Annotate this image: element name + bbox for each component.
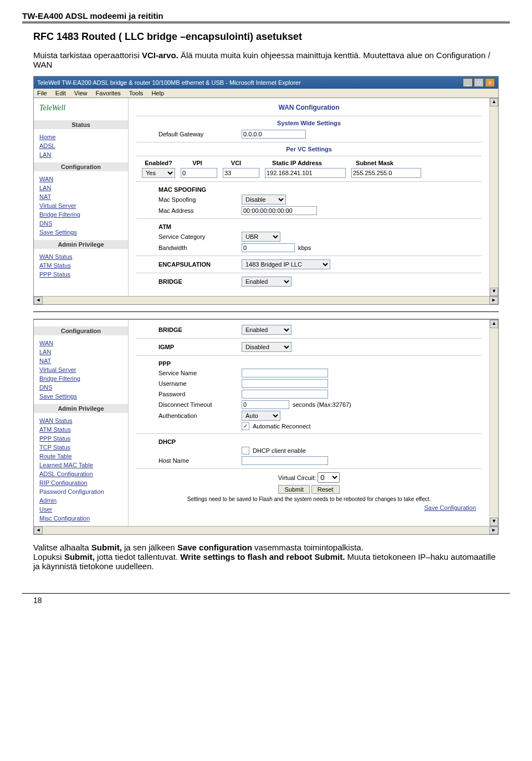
page-title: RFC 1483 Routed ( LLC bridge –encapsuloi…	[33, 31, 510, 43]
service-name-label: Service Name	[136, 370, 242, 376]
maximize-icon[interactable]: □	[474, 78, 484, 87]
nav-save-settings[interactable]: Save Settings	[34, 228, 128, 237]
scrollbar-horizontal[interactable]: ◄ ►	[34, 296, 498, 304]
menu-edit[interactable]: Edit	[55, 90, 66, 96]
nav-lan-2[interactable]: LAN	[34, 348, 128, 356]
mac-address-label: Mac Address	[136, 207, 242, 214]
nav-lan[interactable]: LAN	[34, 150, 128, 159]
default-gateway-input[interactable]	[242, 130, 306, 139]
service-category-select[interactable]: UBR	[242, 232, 280, 242]
virtual-circuit-label: Virtual Circuit:	[278, 474, 316, 481]
service-name-input[interactable]	[242, 369, 328, 377]
enabled-select[interactable]: Yes	[142, 168, 175, 178]
scroll-left-icon-2[interactable]: ◄	[34, 527, 43, 534]
bridge-select[interactable]: Enabled	[242, 277, 291, 287]
nav-dns-2[interactable]: DNS	[34, 383, 128, 392]
vpi-input[interactable]	[181, 168, 217, 178]
nav-wan-status-2[interactable]: WAN Status	[34, 416, 128, 425]
nav-learned-mac[interactable]: Learned MAC Table	[34, 461, 128, 469]
nav-save-settings-2[interactable]: Save Settings	[34, 392, 128, 401]
nav-atm-status[interactable]: ATM Status	[34, 261, 128, 270]
default-gateway-label: Default Gateway	[136, 131, 242, 137]
mac-spoofing-select[interactable]: Disable	[242, 195, 286, 205]
bridge-label-2: BRIDGE	[136, 326, 242, 333]
nav-wan[interactable]: WAN	[34, 175, 128, 183]
nav-ppp-status[interactable]: PPP Status	[34, 270, 128, 279]
window-titlebar: TeleWell TW-EA200 ADSL bridge & router 1…	[34, 76, 498, 89]
nav-route-table[interactable]: Route Table	[34, 452, 128, 461]
system-wide-title: System Wide Settings	[136, 120, 482, 126]
nav-bridge-filtering[interactable]: Bridge Filtering	[34, 210, 128, 219]
nav-nat-2[interactable]: NAT	[34, 356, 128, 365]
scroll-left-icon[interactable]: ◄	[34, 297, 43, 304]
auto-reconnect-label: Automatic Reconnect	[253, 423, 311, 430]
encapsulation-select[interactable]: 1483 Bridged IP LLC	[242, 259, 330, 269]
nav-virtual-server[interactable]: Virtual Server	[34, 201, 128, 210]
vci-input[interactable]	[223, 168, 259, 178]
host-name-input[interactable]	[242, 456, 328, 465]
bridge-select-2[interactable]: Enabled	[242, 325, 291, 335]
main-panel: WAN Configuration System Wide Settings D…	[129, 98, 489, 296]
nav-bridge-filtering-2[interactable]: Bridge Filtering	[34, 374, 128, 383]
menu-favorites[interactable]: Favorites	[96, 90, 121, 96]
scrollbar-vertical[interactable]: ▲ ▼	[489, 98, 498, 296]
nav-lan2[interactable]: LAN	[34, 183, 128, 192]
sidebar-2: Configuration WAN LAN NAT Virtual Server…	[34, 320, 129, 526]
screenshot-1: TeleWell TW-EA200 ADSL bridge & router 1…	[33, 76, 499, 305]
nav-wan-status[interactable]: WAN Status	[34, 252, 128, 261]
nav-user[interactable]: User	[34, 505, 128, 514]
nav-adsl[interactable]: ADSL	[34, 141, 128, 150]
menu-file[interactable]: File	[37, 90, 47, 96]
nav-admin[interactable]: Admin	[34, 496, 128, 505]
password-input[interactable]	[242, 390, 328, 399]
atm-heading: ATM	[136, 223, 482, 230]
scroll-right-icon-2[interactable]: ►	[489, 527, 498, 534]
menu-tools[interactable]: Tools	[129, 90, 144, 96]
nav-adsl-config[interactable]: ADSL Configuration	[34, 469, 128, 478]
mac-address-input[interactable]	[242, 206, 317, 215]
scroll-up-icon-2[interactable]: ▲	[490, 320, 498, 328]
nav-virtual-server-2[interactable]: Virtual Server	[34, 365, 128, 374]
save-configuration-link[interactable]: Save Configuration	[424, 504, 476, 511]
close-icon[interactable]: ×	[485, 78, 495, 87]
reset-button[interactable]: Reset	[311, 485, 340, 494]
nav-wan-2[interactable]: WAN	[34, 339, 128, 348]
scroll-right-icon[interactable]: ►	[489, 297, 498, 304]
screenshot-2: Configuration WAN LAN NAT Virtual Server…	[33, 319, 499, 535]
scrollbar-horizontal-2[interactable]: ◄ ►	[34, 526, 498, 534]
bandwidth-input[interactable]	[242, 243, 295, 252]
igmp-label: IGMP	[136, 344, 242, 350]
auto-reconnect-checkbox[interactable]: ✓	[242, 422, 249, 430]
submit-button[interactable]: Submit	[278, 485, 309, 494]
nav-admin-heading-2: Admin Privilege	[34, 404, 128, 413]
nav-misc-config[interactable]: Misc Configuration	[34, 514, 128, 523]
username-input[interactable]	[242, 379, 328, 388]
nav-config-heading: Configuration	[34, 162, 128, 171]
username-label: Username	[136, 380, 242, 387]
scrollbar-vertical-2[interactable]: ▲ ▼	[489, 320, 498, 526]
menu-view[interactable]: View	[74, 90, 88, 96]
nav-rip-config[interactable]: RIP Configuration	[34, 478, 128, 487]
virtual-circuit-select[interactable]: 0	[318, 472, 340, 483]
static-ip-input[interactable]	[265, 168, 346, 178]
per-vc-title: Per VC Settings	[136, 146, 482, 152]
nav-ppp-status-2[interactable]: PPP Status	[34, 434, 128, 443]
nav-home[interactable]: Home	[34, 132, 128, 141]
minimize-icon[interactable]: _	[463, 78, 473, 87]
scroll-down-icon-2[interactable]: ▼	[490, 518, 498, 526]
nav-atm-status-2[interactable]: ATM Status	[34, 425, 128, 434]
menubar: File Edit View Favorites Tools Help	[34, 89, 498, 98]
authentication-select[interactable]: Auto	[242, 411, 280, 421]
scroll-up-icon[interactable]: ▲	[490, 98, 498, 106]
disconnect-timeout-input[interactable]	[242, 400, 289, 409]
dhcp-client-checkbox[interactable]	[242, 447, 249, 454]
nav-tcp-status[interactable]: TCP Status	[34, 443, 128, 452]
nav-dns[interactable]: DNS	[34, 219, 128, 228]
menu-help[interactable]: Help	[151, 90, 164, 96]
nav-status-heading: Status	[34, 120, 128, 129]
subnet-mask-input[interactable]	[351, 168, 421, 178]
scroll-down-icon[interactable]: ▼	[490, 288, 498, 296]
igmp-select[interactable]: Disabled	[242, 342, 291, 352]
logo: TeleWell	[34, 101, 128, 117]
nav-nat[interactable]: NAT	[34, 192, 128, 201]
